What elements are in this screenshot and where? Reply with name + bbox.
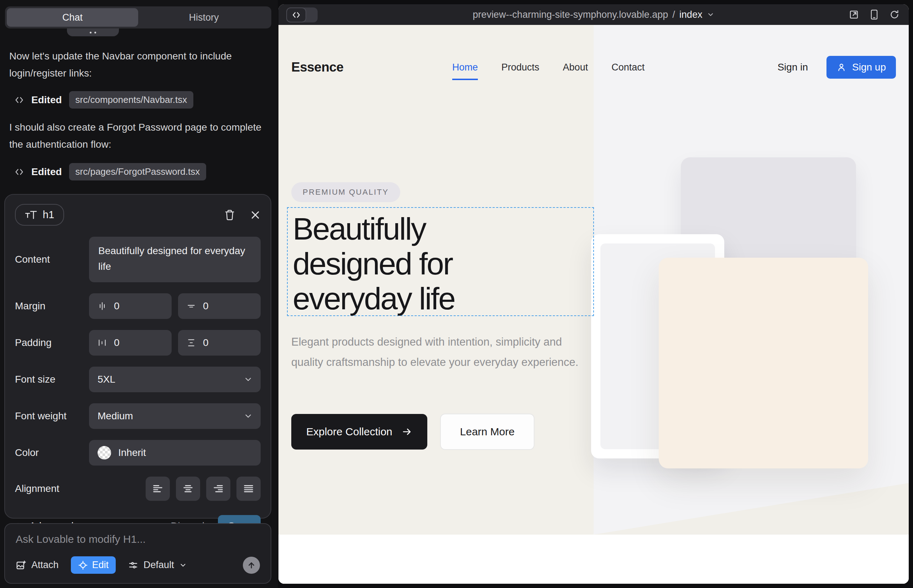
preview-url-bar[interactable]: preview--charming-site-symphony.lovable.…	[473, 9, 715, 20]
nav-link-about[interactable]: About	[563, 62, 588, 73]
hero-section: Essence Home Products About Contact Sign…	[278, 25, 909, 535]
send-button[interactable]	[243, 557, 260, 574]
edited-file-row: Edited src/components/Navbar.tsx	[14, 91, 193, 108]
prompt-composer: Ask Lovable to modify H1... Attach Edit …	[4, 523, 271, 584]
hero-heading-line: designed for	[293, 246, 455, 281]
color-swatch-icon	[97, 446, 111, 459]
alignment-field-label: Alignment	[15, 483, 89, 494]
align-left-icon	[152, 483, 164, 495]
sign-up-label: Sign up	[852, 61, 886, 73]
chevron-down-icon	[706, 11, 714, 18]
edited-file-row: Edited src/pages/ForgotPassword.tsx	[14, 163, 206, 181]
padding-vertical-icon	[186, 338, 196, 347]
preview-url-page: index	[680, 9, 703, 20]
code-icon	[291, 10, 301, 19]
align-justify-icon	[243, 483, 254, 495]
element-tag-label: h1	[43, 209, 54, 221]
arrow-up-icon	[247, 561, 256, 570]
chevron-down-icon	[244, 412, 253, 421]
content-field-label: Content	[15, 254, 89, 265]
content-textarea[interactable]: Beautifully designed for everyday life	[89, 237, 261, 282]
code-icon	[14, 167, 24, 177]
color-select[interactable]: Inherit	[89, 440, 261, 465]
hero-heading-line: Beautifully	[293, 212, 455, 246]
sign-up-button[interactable]: Sign up	[826, 56, 896, 79]
mobile-view-button[interactable]	[869, 9, 879, 20]
user-icon	[837, 62, 847, 72]
align-center-button[interactable]	[176, 477, 200, 501]
tab-chat[interactable]: Chat	[7, 8, 138, 27]
attach-image-icon	[16, 560, 26, 570]
section-below-hero	[278, 535, 909, 584]
margin-horizontal-value: 0	[114, 300, 120, 312]
align-justify-button[interactable]	[236, 477, 261, 501]
assistant-message: Now let's update the Navbar component to…	[9, 48, 263, 82]
margin-horizontal-icon	[97, 302, 107, 311]
edit-label: Edit	[92, 559, 109, 570]
edited-label: Edited	[31, 166, 62, 178]
margin-vertical-icon	[186, 302, 196, 311]
mobile-phone-icon	[869, 9, 879, 20]
hero-heading[interactable]: Beautifully designed for everyday life	[293, 212, 455, 316]
clipped-chip[interactable]	[67, 29, 119, 36]
align-left-button[interactable]	[146, 477, 170, 501]
chat-sidebar: Chat History Now let's update the Navbar…	[0, 0, 278, 588]
close-icon	[250, 210, 261, 220]
font-weight-select[interactable]: Medium	[89, 403, 261, 429]
edited-label: Edited	[31, 94, 62, 106]
align-right-button[interactable]	[206, 477, 230, 501]
font-weight-field-label: Font weight	[15, 410, 89, 422]
site-logo[interactable]: Essence	[291, 60, 344, 75]
nav-link-products[interactable]: Products	[501, 62, 539, 73]
preview-url-domain: preview--charming-site-symphony.lovable.…	[473, 9, 669, 20]
font-size-select[interactable]: 5XL	[89, 367, 261, 392]
explore-collection-label: Explore Collection	[306, 426, 392, 438]
align-center-icon	[182, 483, 194, 495]
code-preview-toggle[interactable]	[286, 8, 317, 23]
code-icon	[14, 95, 24, 105]
external-link-icon	[849, 10, 859, 19]
color-value: Inherit	[118, 447, 146, 459]
rendered-site: Essence Home Products About Contact Sign…	[278, 25, 909, 584]
edit-mode-button[interactable]: Edit	[71, 556, 116, 574]
refresh-button[interactable]	[889, 10, 900, 19]
sidebar-tabbar: Chat History	[5, 6, 271, 29]
padding-field-label: Padding	[15, 337, 89, 349]
nav-link-contact[interactable]: Contact	[611, 62, 644, 73]
attach-label: Attach	[31, 559, 59, 570]
code-toggle-segment[interactable]	[286, 8, 306, 23]
preview-frame: preview--charming-site-symphony.lovable.…	[278, 4, 909, 584]
mode-selector[interactable]: Default	[128, 559, 187, 570]
margin-field-label: Margin	[15, 300, 89, 312]
url-separator: /	[672, 9, 675, 20]
decorative-card-front	[659, 258, 868, 468]
nav-link-home[interactable]: Home	[452, 62, 478, 80]
premium-quality-badge: PREMIUM QUALITY	[291, 182, 400, 202]
text-size-icon	[25, 210, 37, 220]
lovable-app-window: Chat History Now let's update the Navbar…	[0, 0, 913, 588]
margin-vertical-input[interactable]: 0	[178, 293, 261, 319]
padding-horizontal-icon	[97, 338, 107, 347]
learn-more-button[interactable]: Learn More	[440, 414, 534, 450]
arrow-right-icon	[401, 426, 412, 437]
composer-input[interactable]: Ask Lovable to modify H1...	[16, 533, 260, 545]
file-path-chip[interactable]: src/components/Navbar.tsx	[69, 91, 194, 108]
element-editor-panel: h1 Content Beautifully designed for ever…	[4, 194, 271, 519]
tab-history[interactable]: History	[138, 8, 270, 27]
padding-horizontal-input[interactable]: 0	[89, 330, 172, 355]
explore-collection-button[interactable]: Explore Collection	[291, 414, 427, 449]
margin-horizontal-input[interactable]: 0	[89, 293, 172, 319]
chevron-down-icon	[244, 375, 253, 384]
mode-label: Default	[144, 559, 174, 570]
open-external-button[interactable]	[849, 10, 859, 19]
padding-vertical-input[interactable]: 0	[178, 330, 261, 355]
attach-button[interactable]: Attach	[16, 559, 59, 570]
hero-heading-line: everyday life	[293, 281, 455, 316]
file-path-chip[interactable]: src/pages/ForgotPassword.tsx	[69, 163, 207, 181]
color-field-label: Color	[15, 447, 89, 459]
delete-element-button[interactable]	[224, 209, 235, 221]
close-panel-button[interactable]	[250, 210, 261, 220]
font-size-value: 5XL	[97, 374, 115, 385]
sign-in-link[interactable]: Sign in	[777, 61, 808, 73]
font-weight-value: Medium	[97, 410, 133, 422]
